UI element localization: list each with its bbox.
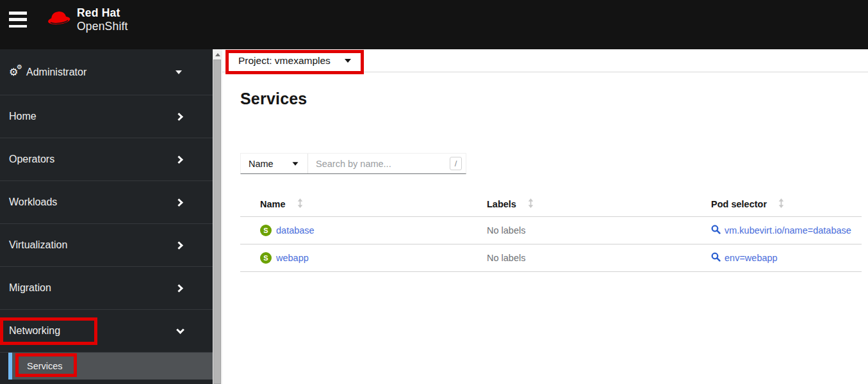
chevron-right-icon [175,156,183,164]
brand-logo[interactable]: Red Hat OpenShift [46,6,128,33]
column-header-labels[interactable]: Labels [477,198,701,210]
search-icon [711,252,721,264]
perspective-switcher[interactable]: ⚙⚙ Administrator [0,49,213,95]
services-table: Name Labels Pod selector S d [240,192,862,272]
sidebar-item-label: Operators [9,154,54,165]
pod-selector-link[interactable]: vm.kubevirt.io/name=database [725,225,851,236]
sidebar-item-workloads[interactable]: Workloads [0,181,213,224]
sidebar-item-migration[interactable]: Migration [0,267,213,310]
labels-cell: No labels [477,225,701,236]
perspective-label: Administrator [26,67,176,78]
pod-selector-cell: env=webapp [701,252,862,264]
brand-text: Red Hat OpenShift [77,6,128,33]
chevron-right-icon [175,241,183,250]
sort-icon[interactable] [778,198,785,210]
scrollbar-up-button[interactable] [213,49,222,60]
sidebar-item-label: Virtualization [9,239,67,251]
table-header-row: Name Labels Pod selector [240,192,862,217]
service-badge: S [260,252,272,264]
sidebar-item-label: Migration [9,282,51,294]
sidebar-item-virtualization[interactable]: Virtualization [0,224,213,267]
name-cell: S database [240,225,477,236]
chevron-right-icon [175,284,183,292]
sort-icon[interactable] [527,198,534,210]
service-link[interactable]: webapp [276,253,309,263]
page-title: Services [240,90,307,108]
project-selector-label: Project: vmexamples [238,55,331,67]
sidebar-subitem-services[interactable]: Services [8,353,213,380]
sidebar-item-label: Workloads [9,196,57,208]
sidebar-item-operators[interactable]: Operators [0,138,213,181]
slash-shortcut-hint: / [450,157,462,170]
service-link[interactable]: database [276,225,315,236]
brand-line2: OpenShift [77,20,128,33]
table-row: S webapp No labels env=webapp [240,244,862,272]
search-icon [711,225,721,236]
sidebar-nav: ⚙⚙ Administrator Home Operators Workload… [0,49,213,384]
sidebar-subitem-label: Services [27,361,63,371]
main-content: Project: vmexamples Services Name / Name… [222,49,868,384]
sidebar-scrollbar[interactable] [213,49,222,384]
caret-down-icon [345,59,351,63]
menu-icon[interactable] [9,11,27,28]
sidebar-item-home[interactable]: Home [0,95,213,138]
filter-type-label: Name [249,159,274,169]
pod-selector-link[interactable]: env=webapp [725,253,778,263]
column-header-pod-selector[interactable]: Pod selector [701,198,862,210]
project-selector[interactable]: Project: vmexamples [238,55,351,67]
triangle-up-icon [215,53,220,56]
name-cell: S webapp [240,252,477,264]
pod-selector-cell: vm.kubevirt.io/name=database [701,225,862,236]
scrollbar-thumb[interactable] [213,60,221,384]
chevron-right-icon [175,198,183,207]
project-bar: Project: vmexamples [222,49,868,72]
caret-down-icon [293,162,299,165]
cogs-icon: ⚙⚙ [9,66,24,78]
filter-type-dropdown[interactable]: Name [241,154,308,173]
sidebar-item-label: Home [9,111,37,122]
labels-cell: No labels [477,253,701,263]
caret-down-icon [176,70,182,74]
search-box: / [308,154,466,173]
column-header-name[interactable]: Name [240,198,477,210]
redhat-hat-icon [46,9,72,31]
sidebar-item-label: Networking [9,325,60,337]
table-row: S database No labels vm.kubevirt.io/name… [240,217,862,244]
search-input[interactable] [308,154,466,173]
sort-icon[interactable] [297,198,304,210]
sidebar-item-networking[interactable]: Networking [0,310,213,353]
service-badge: S [260,225,272,236]
brand-line1: Red Hat [77,6,128,20]
filter-toolbar: Name / [240,153,466,174]
masthead: Red Hat OpenShift [0,0,868,49]
chevron-down-icon [176,326,184,334]
chevron-right-icon [175,113,183,121]
